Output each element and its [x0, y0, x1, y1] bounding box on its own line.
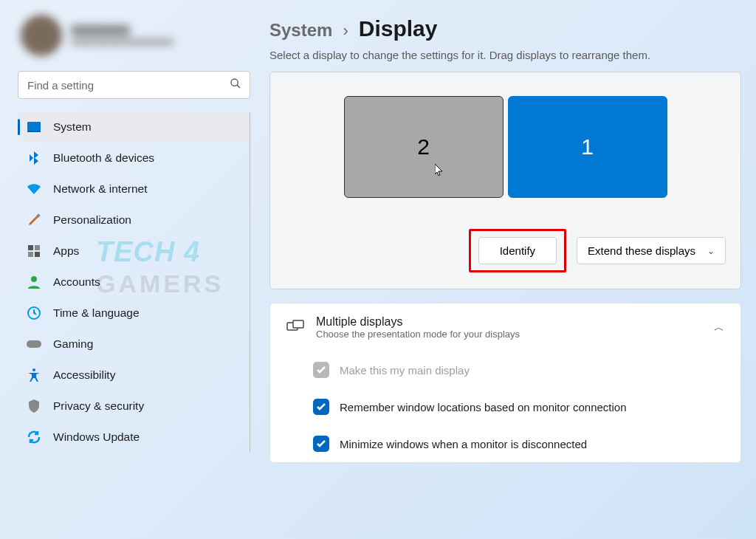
sidebar: System Bluetooth & devices Network & int… — [0, 9, 262, 539]
svg-rect-3 — [27, 131, 41, 132]
nav-label: Time & language — [53, 306, 140, 320]
sidebar-item-system[interactable]: System — [18, 112, 250, 142]
svg-point-0 — [231, 79, 238, 86]
nav-list: System Bluetooth & devices Network & int… — [18, 112, 250, 452]
nav-label: Accounts — [53, 275, 100, 289]
dropdown-label: Extend these displays — [588, 244, 695, 257]
nav-label: Windows Update — [53, 430, 140, 444]
group-subtitle: Choose the presentation mode for your di… — [316, 329, 701, 340]
svg-line-1 — [237, 85, 240, 88]
sidebar-item-bluetooth[interactable]: Bluetooth & devices — [18, 143, 250, 173]
nav-label: Apps — [53, 244, 79, 258]
option-label: Minimize windows when a monitor is disco… — [340, 438, 724, 450]
display-arrangement-panel: 2 1 Identify Extend these displays ⌄ — [269, 72, 741, 289]
identify-button[interactable]: Identify — [478, 237, 557, 264]
monitor-layout[interactable]: 2 1 — [285, 96, 726, 198]
display-mode-dropdown[interactable]: Extend these displays ⌄ — [577, 237, 726, 264]
person-icon — [27, 275, 41, 289]
sidebar-item-gaming[interactable]: Gaming — [18, 329, 250, 359]
annotation-highlight: Identify — [469, 229, 566, 272]
sidebar-item-network[interactable]: Network & internet — [18, 174, 250, 204]
apps-icon — [27, 244, 41, 258]
svg-rect-6 — [35, 245, 40, 250]
wifi-icon — [27, 182, 41, 196]
option-minimize-disconnect[interactable]: Minimize windows when a monitor is disco… — [270, 425, 740, 462]
sidebar-item-apps[interactable]: Apps — [18, 236, 250, 266]
checkbox-remember-locations[interactable] — [313, 399, 329, 415]
panel-actions: Identify Extend these displays ⌄ — [285, 229, 726, 272]
svg-rect-8 — [35, 252, 40, 257]
main-content: System › Display Select a display to cha… — [262, 9, 756, 539]
sidebar-item-accessibility[interactable]: Accessibility — [18, 360, 250, 390]
user-email-blurred — [71, 38, 174, 46]
svg-rect-7 — [28, 252, 33, 257]
accessibility-icon — [27, 368, 41, 382]
svg-rect-5 — [28, 245, 33, 250]
svg-rect-11 — [27, 340, 41, 348]
nav-label: Bluetooth & devices — [53, 151, 154, 165]
monitor-2[interactable]: 2 — [344, 96, 504, 198]
option-main-display: Make this my main display — [270, 351, 740, 388]
gamepad-icon — [27, 337, 41, 351]
bluetooth-icon — [27, 151, 41, 165]
system-icon — [27, 120, 41, 134]
update-icon — [27, 430, 41, 444]
displays-icon — [286, 320, 303, 336]
page-title: Display — [359, 16, 438, 41]
user-profile-block[interactable] — [18, 9, 250, 71]
clock-globe-icon — [27, 306, 41, 320]
paintbrush-icon — [27, 213, 41, 227]
search-icon — [230, 78, 241, 92]
shield-icon — [27, 399, 41, 413]
nav-label: Privacy & security — [53, 399, 144, 413]
sidebar-item-windows-update[interactable]: Windows Update — [18, 422, 250, 452]
sidebar-item-time-language[interactable]: Time & language — [18, 298, 250, 328]
monitor-number: 1 — [581, 134, 594, 159]
checkbox-minimize-disconnect[interactable] — [313, 436, 329, 452]
sidebar-item-privacy[interactable]: Privacy & security — [18, 391, 250, 421]
monitor-number: 2 — [417, 134, 430, 159]
group-title: Multiple displays — [316, 315, 701, 329]
user-name-blurred — [71, 25, 130, 35]
cursor-icon — [435, 164, 444, 178]
multiple-displays-header[interactable]: Multiple displays Choose the presentatio… — [270, 303, 740, 351]
checkbox-main-display — [313, 362, 329, 378]
nav-label: Accessibility — [53, 368, 115, 382]
chevron-up-icon: ︿ — [714, 321, 724, 334]
sidebar-item-personalization[interactable]: Personalization — [18, 205, 250, 235]
multiple-displays-group: Multiple displays Choose the presentatio… — [269, 303, 741, 463]
chevron-down-icon: ⌄ — [707, 246, 715, 256]
avatar — [21, 15, 62, 56]
svg-rect-14 — [293, 320, 303, 328]
search-input[interactable] — [18, 71, 250, 99]
nav-label: Personalization — [53, 213, 131, 227]
search-row — [18, 71, 250, 99]
monitor-1[interactable]: 1 — [508, 96, 667, 198]
nav-label: Gaming — [53, 337, 93, 351]
option-label: Remember window locations based on monit… — [340, 401, 724, 413]
nav-label: System — [53, 120, 92, 134]
nav-label: Network & internet — [53, 182, 148, 196]
page-subtitle: Select a display to change the settings … — [269, 49, 741, 61]
settings-app: System Bluetooth & devices Network & int… — [0, 0, 756, 539]
breadcrumb: System › Display — [269, 16, 741, 41]
user-text-block — [71, 25, 174, 46]
option-remember-locations[interactable]: Remember window locations based on monit… — [270, 388, 740, 425]
svg-point-9 — [31, 276, 37, 282]
sidebar-item-accounts[interactable]: Accounts — [18, 267, 250, 297]
svg-point-12 — [32, 368, 35, 371]
option-label: Make this my main display — [340, 364, 724, 377]
breadcrumb-parent[interactable]: System — [269, 20, 332, 41]
group-title-block: Multiple displays Choose the presentatio… — [316, 315, 701, 340]
svg-rect-2 — [27, 122, 41, 131]
chevron-right-icon: › — [343, 21, 348, 41]
